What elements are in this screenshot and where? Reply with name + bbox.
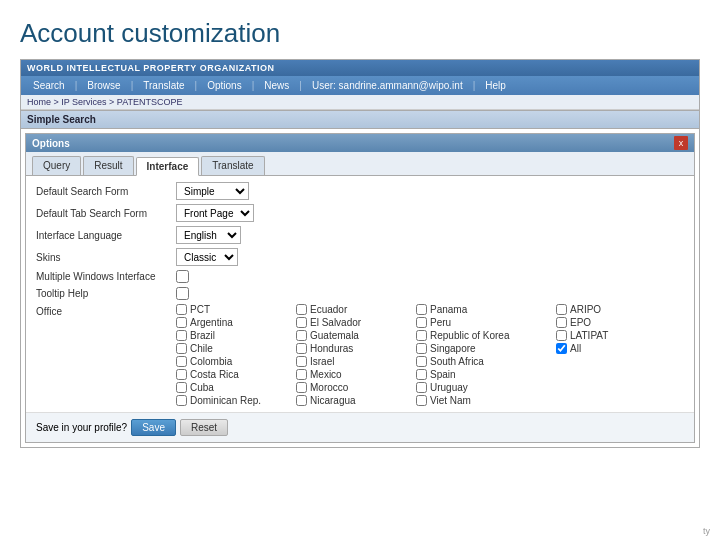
checkbox-south-africa[interactable] (416, 356, 427, 367)
nav-help[interactable]: Help (477, 78, 514, 93)
office-grid: PCT Ecuador Panama ARIPO Argentina El Sa… (176, 304, 684, 406)
checkbox-israel[interactable] (296, 356, 307, 367)
checkbox-singapore[interactable] (416, 343, 427, 354)
checkbox-el-salvador[interactable] (296, 317, 307, 328)
office-ecuador: Ecuador (296, 304, 416, 315)
office-epo: EPO (556, 317, 636, 328)
office-empty-6 (556, 369, 636, 380)
page-title: Account customization (0, 0, 720, 59)
select-default-search-form[interactable]: Simple Advanced (176, 182, 249, 200)
label-office: Office (36, 304, 176, 406)
office-mexico: Mexico (296, 369, 416, 380)
checkbox-ecuador[interactable] (296, 304, 307, 315)
checkbox-peru[interactable] (416, 317, 427, 328)
nav-browse[interactable]: Browse (79, 78, 128, 93)
select-interface-language[interactable]: English French Spanish (176, 226, 241, 244)
tab-interface[interactable]: Interface (136, 157, 200, 176)
footer-text: ty (703, 526, 710, 536)
checkbox-republic-of-korea[interactable] (416, 330, 427, 341)
office-empty-7 (556, 382, 636, 393)
checkbox-guatemala[interactable] (296, 330, 307, 341)
options-header: Options x (26, 134, 694, 152)
nav-options[interactable]: Options (199, 78, 249, 93)
checkbox-pct[interactable] (176, 304, 187, 315)
tab-query[interactable]: Query (32, 156, 81, 175)
checkbox-chile[interactable] (176, 343, 187, 354)
checkbox-argentina[interactable] (176, 317, 187, 328)
office-cuba: Cuba (176, 382, 296, 393)
office-republic-of-korea: Republic of Korea (416, 330, 556, 341)
office-singapore: Singapore (416, 343, 556, 354)
label-default-tab-search: Default Tab Search Form (36, 208, 176, 219)
checkbox-dominican-rep[interactable] (176, 395, 187, 406)
wipo-header: WORLD INTELLECTUAL PROPERTY ORGANIZATION (21, 60, 699, 76)
save-button[interactable]: Save (131, 419, 176, 436)
office-empty-8 (556, 395, 636, 406)
close-button[interactable]: x (674, 136, 688, 150)
tabs-row: Query Result Interface Translate (26, 152, 694, 176)
checkbox-costa-rica[interactable] (176, 369, 187, 380)
checkbox-colombia[interactable] (176, 356, 187, 367)
checkbox-latipat[interactable] (556, 330, 567, 341)
checkbox-mexico[interactable] (296, 369, 307, 380)
office-all: All (556, 343, 636, 354)
checkbox-aripo[interactable] (556, 304, 567, 315)
breadcrumb: Home > IP Services > PATENTSCOPE (21, 95, 699, 110)
form-row-default-tab: Default Tab Search Form Front Page All F… (36, 204, 684, 222)
tab-result[interactable]: Result (83, 156, 133, 175)
checkbox-honduras[interactable] (296, 343, 307, 354)
nav-user[interactable]: User: sandrine.ammann@wipo.int (304, 78, 471, 93)
checkbox-epo[interactable] (556, 317, 567, 328)
office-uruguay: Uruguay (416, 382, 556, 393)
office-brazil: Brazil (176, 330, 296, 341)
checkbox-nicaragua[interactable] (296, 395, 307, 406)
nav-translate[interactable]: Translate (135, 78, 192, 93)
office-honduras: Honduras (296, 343, 416, 354)
nav-bar: Search | Browse | Translate | Options | … (21, 76, 699, 95)
form-content: Default Search Form Simple Advanced Defa… (26, 176, 694, 412)
checkbox-all[interactable] (556, 343, 567, 354)
checkbox-cuba[interactable] (176, 382, 187, 393)
reset-button[interactable]: Reset (180, 419, 228, 436)
nav-news[interactable]: News (256, 78, 297, 93)
checkbox-multiple-windows[interactable] (176, 270, 189, 283)
checkbox-morocco[interactable] (296, 382, 307, 393)
office-viet-nam: Viet Nam (416, 395, 556, 406)
checkbox-tooltip-help[interactable] (176, 287, 189, 300)
form-row-interface-language: Interface Language English French Spanis… (36, 226, 684, 244)
checkbox-spain[interactable] (416, 369, 427, 380)
tab-translate[interactable]: Translate (201, 156, 264, 175)
section-label: Simple Search (27, 114, 96, 125)
office-aripo: ARIPO (556, 304, 636, 315)
form-row-tooltip-help: Tooltip Help (36, 287, 684, 300)
nav-search[interactable]: Search (25, 78, 73, 93)
select-default-tab-search[interactable]: Front Page All Fields (176, 204, 254, 222)
checkbox-viet-nam[interactable] (416, 395, 427, 406)
label-default-search-form: Default Search Form (36, 186, 176, 197)
office-costa-rica: Costa Rica (176, 369, 296, 380)
checkbox-panama[interactable] (416, 304, 427, 315)
office-chile: Chile (176, 343, 296, 354)
office-south-africa: South Africa (416, 356, 556, 367)
office-section: Office PCT Ecuador Panama ARIPO Argentin… (36, 304, 684, 406)
options-label: Options (32, 138, 70, 149)
checkbox-brazil[interactable] (176, 330, 187, 341)
form-row-multiple-windows: Multiple Windows Interface (36, 270, 684, 283)
office-argentina: Argentina (176, 317, 296, 328)
section-header: Simple Search (21, 110, 699, 129)
wipo-org-name: WORLD INTELLECTUAL PROPERTY ORGANIZATION (27, 63, 275, 73)
office-empty-5 (556, 356, 636, 367)
office-panama: Panama (416, 304, 556, 315)
select-skins[interactable]: Classic Modern (176, 248, 238, 266)
office-spain: Spain (416, 369, 556, 380)
form-row-default-search: Default Search Form Simple Advanced (36, 182, 684, 200)
checkbox-uruguay[interactable] (416, 382, 427, 393)
office-peru: Peru (416, 317, 556, 328)
form-row-skins: Skins Classic Modern (36, 248, 684, 266)
save-row: Save in your profile? Save Reset (26, 412, 694, 442)
office-dominican-rep: Dominican Rep. (176, 395, 296, 406)
breadcrumb-text: Home > IP Services > PATENTSCOPE (27, 97, 183, 107)
office-guatemala: Guatemala (296, 330, 416, 341)
office-pct: PCT (176, 304, 296, 315)
office-latipat: LATIPAT (556, 330, 636, 341)
